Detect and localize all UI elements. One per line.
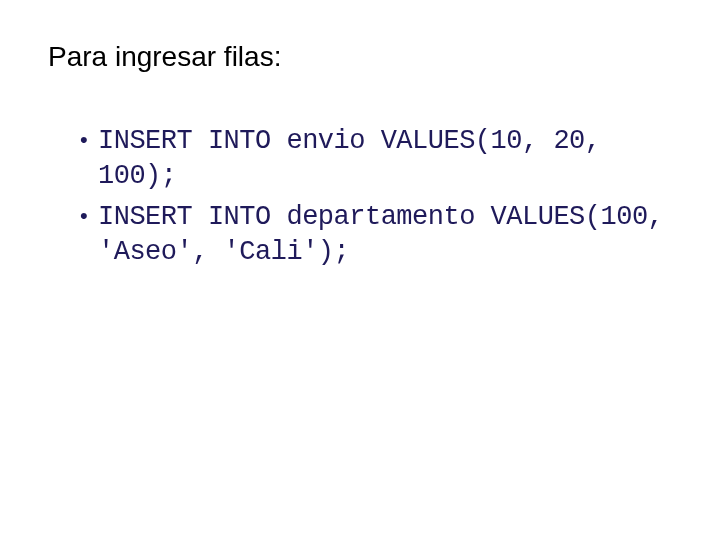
slide: Para ingresar filas: •INSERT INTO envio … — [0, 0, 720, 540]
list-item: •INSERT INTO departamento VALUES(100, 'A… — [80, 200, 672, 270]
list-item-text: INSERT INTO departamento VALUES(100, 'As… — [98, 202, 663, 267]
bullet-icon: • — [80, 202, 98, 231]
bullet-icon: • — [80, 126, 98, 155]
list-item-text: INSERT INTO envio VALUES(10, 20, 100); — [98, 126, 600, 191]
list-item: •INSERT INTO envio VALUES(10, 20, 100); — [80, 124, 672, 194]
slide-title: Para ingresar filas: — [48, 40, 672, 74]
content-list: •INSERT INTO envio VALUES(10, 20, 100); … — [48, 124, 672, 270]
